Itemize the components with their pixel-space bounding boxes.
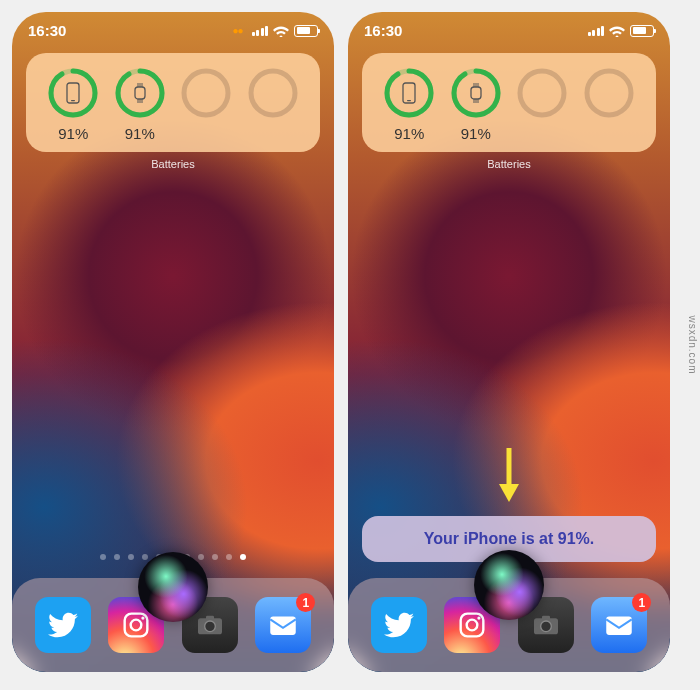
wifi-icon: [609, 25, 625, 37]
battery-cell-watch: 91%: [445, 67, 508, 142]
battery-cell-iphone: 91%: [42, 67, 105, 142]
app-mail[interactable]: 1: [591, 597, 647, 653]
watch-icon: [114, 67, 166, 119]
siri-orb[interactable]: [138, 552, 208, 622]
svg-point-27: [520, 71, 564, 115]
iphone-icon: [383, 67, 435, 119]
status-right: ●●: [232, 25, 318, 37]
battery-ring-iphone: [383, 67, 435, 119]
battery-ring-watch: [450, 67, 502, 119]
battery-percent-iphone: 91%: [58, 125, 88, 142]
battery-cell-empty-2: [242, 67, 305, 142]
battery-cell-empty-1: [175, 67, 238, 142]
svg-point-9: [184, 71, 228, 115]
battery-cell-empty-1: [511, 67, 574, 142]
battery-percent-watch: 91%: [461, 125, 491, 142]
svg-rect-17: [271, 617, 297, 635]
app-twitter[interactable]: [371, 597, 427, 653]
svg-marker-30: [499, 484, 519, 502]
battery-cell-empty-2: [578, 67, 641, 142]
svg-rect-3: [71, 100, 75, 101]
svg-point-13: [142, 616, 145, 619]
widget-label: Batteries: [348, 158, 670, 170]
wifi-icon: [273, 25, 289, 37]
batteries-widget[interactable]: 91% 91%: [362, 53, 656, 152]
phone-left: 16:30 ●● 91%: [12, 12, 334, 672]
status-bar: 16:30 ●●: [12, 12, 334, 43]
svg-rect-6: [135, 87, 145, 99]
batteries-widget[interactable]: 91% 91%: [26, 53, 320, 152]
status-time: 16:30: [364, 22, 402, 39]
status-time: 16:30: [28, 22, 66, 39]
annotation-arrow-icon: [495, 444, 523, 504]
battery-ring-iphone: [47, 67, 99, 119]
battery-cell-iphone: 91%: [378, 67, 441, 142]
mail-badge: 1: [632, 593, 651, 612]
battery-icon: [294, 25, 318, 37]
svg-rect-37: [607, 617, 633, 635]
widget-label: Batteries: [12, 158, 334, 170]
svg-point-35: [540, 621, 551, 632]
battery-ring-empty: [516, 67, 568, 119]
battery-ring-watch: [114, 67, 166, 119]
cell-signal-icon: [588, 26, 605, 36]
app-twitter[interactable]: [35, 597, 91, 653]
mail-badge: 1: [296, 593, 315, 612]
svg-point-28: [587, 71, 631, 115]
svg-rect-36: [542, 616, 550, 620]
battery-icon: [630, 25, 654, 37]
svg-rect-25: [473, 83, 479, 87]
battery-percent-watch: 91%: [125, 125, 155, 142]
svg-point-12: [131, 620, 142, 631]
svg-point-33: [478, 616, 481, 619]
app-mail[interactable]: 1: [255, 597, 311, 653]
svg-rect-24: [471, 87, 481, 99]
svg-point-32: [467, 620, 478, 631]
phone-right: 16:30 91%: [348, 12, 670, 672]
status-right: [588, 25, 655, 37]
battery-cell-watch: 91%: [109, 67, 172, 142]
battery-ring-empty: [180, 67, 232, 119]
battery-percent-iphone: 91%: [394, 125, 424, 142]
svg-rect-8: [137, 99, 143, 103]
battery-ring-empty: [247, 67, 299, 119]
svg-point-15: [204, 621, 215, 632]
svg-point-10: [251, 71, 295, 115]
iphone-icon: [47, 67, 99, 119]
siri-response-text: Your iPhone is at 91%.: [424, 530, 594, 547]
svg-rect-21: [407, 100, 411, 101]
status-bar: 16:30: [348, 12, 670, 43]
cell-signal-icon: [252, 26, 269, 36]
battery-ring-empty: [583, 67, 635, 119]
svg-rect-16: [206, 616, 214, 620]
rec-indicator-icon: ●●: [232, 25, 242, 36]
watch-icon: [450, 67, 502, 119]
siri-orb[interactable]: [474, 550, 544, 620]
watermark: wsxdn.com: [687, 315, 698, 374]
svg-rect-7: [137, 83, 143, 87]
svg-rect-26: [473, 99, 479, 103]
